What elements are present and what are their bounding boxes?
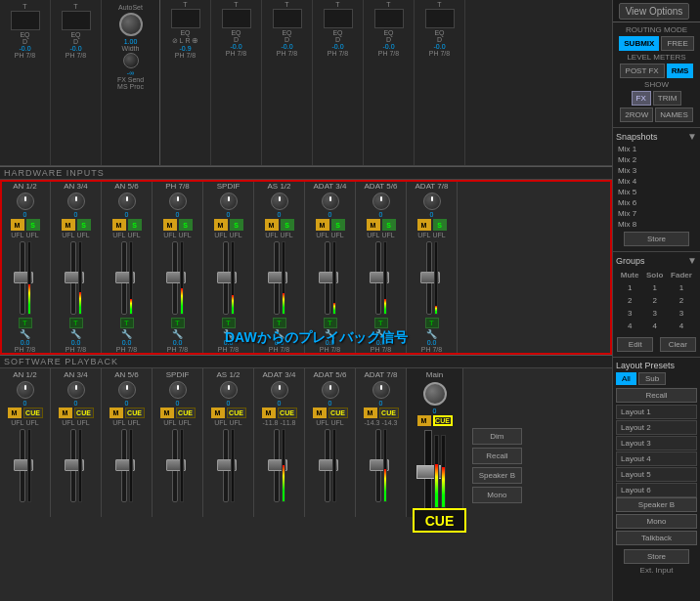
sw-fader-main[interactable] — [408, 427, 461, 515]
sw-cue-btn-adat34[interactable]: CUE — [278, 408, 297, 418]
width-knob[interactable] — [119, 13, 143, 36]
solo-btn-an12[interactable]: S — [26, 219, 40, 231]
snap-mix5[interactable]: Mix 5 — [616, 187, 697, 197]
sw-m-btn-an34[interactable]: M — [59, 408, 72, 418]
talkback-button[interactable]: Talkback — [616, 531, 697, 545]
t-btn-adat34[interactable]: T — [324, 318, 337, 328]
solo-btn-an56[interactable]: S — [128, 219, 142, 231]
solo-btn-spdif[interactable]: S — [230, 219, 243, 231]
snap-mix8[interactable]: Mix 8 — [616, 219, 697, 230]
solo-btn-ph78[interactable]: S — [179, 219, 193, 231]
fx-btn[interactable]: FX — [632, 91, 651, 106]
sw-cue-btn-an34[interactable]: CUE — [74, 408, 94, 418]
fader-as12[interactable] — [255, 238, 303, 317]
sw-knob-adat56[interactable] — [322, 381, 339, 399]
mute-btn-ph78[interactable]: M — [163, 219, 177, 231]
sw-cue-btn-main[interactable]: CUE — [433, 415, 453, 426]
sw-cue-btn-spdif[interactable]: CUE — [176, 408, 196, 418]
solo-btn-adat56[interactable]: S — [382, 219, 396, 231]
sw-cue-btn-an56[interactable]: CUE — [125, 408, 145, 418]
submix-btn[interactable]: SUBMIX — [619, 36, 659, 51]
sw-cue-btn-adat78[interactable]: CUE — [379, 408, 399, 418]
mute-btn-an12[interactable]: M — [11, 219, 24, 231]
mute-btn-an56[interactable]: M — [112, 219, 126, 231]
main-knob[interactable] — [423, 382, 447, 406]
snap-mix2[interactable]: Mix 2 — [616, 154, 697, 165]
t-btn-an34[interactable]: T — [69, 318, 83, 328]
fader-adat34[interactable] — [306, 238, 354, 317]
names-btn[interactable]: NAMES — [655, 107, 692, 122]
sw-m-btn-an12[interactable]: M — [8, 408, 22, 418]
two-row-btn[interactable]: 2ROW — [620, 107, 653, 122]
fader-ph78[interactable] — [153, 238, 201, 317]
mono-button[interactable]: Mono — [616, 514, 697, 529]
eq-block-8[interactable] — [425, 9, 455, 28]
fader-an56[interactable] — [103, 238, 151, 317]
layout-store-btn[interactable]: Store — [624, 549, 688, 564]
sw-m-btn-adat56[interactable]: M — [313, 408, 327, 418]
layout-btn-4[interactable]: Layout 4 — [616, 451, 697, 466]
fader-adat56[interactable] — [357, 238, 405, 317]
sw-fader-adat56[interactable] — [306, 426, 354, 504]
eq-block-6[interactable] — [324, 9, 353, 28]
sw-fader-an56[interactable] — [103, 426, 151, 504]
fader-adat78[interactable] — [408, 238, 456, 317]
snap-mix3[interactable]: Mix 3 — [616, 165, 697, 176]
solo-btn-as12[interactable]: S — [281, 219, 294, 231]
layout-btn-2[interactable]: Layout 2 — [616, 420, 697, 435]
mono-btn[interactable]: Mono — [472, 487, 522, 503]
post-fx-btn[interactable]: POST FX — [620, 64, 665, 78]
sw-fader-adat78[interactable] — [357, 426, 405, 504]
layout-btn-6[interactable]: Layout 6 — [616, 483, 697, 497]
layout-tab-sub[interactable]: Sub — [638, 372, 666, 385]
hw-knob-an34[interactable] — [67, 193, 85, 210]
t-btn-as12[interactable]: T — [273, 318, 286, 328]
sw-cue-btn-adat56[interactable]: CUE — [328, 408, 348, 418]
snap-mix7[interactable]: Mix 7 — [616, 208, 697, 219]
sw-fader-adat34[interactable] — [255, 426, 303, 504]
speaker-b-btn[interactable]: Speaker B — [472, 467, 522, 484]
fader-an34[interactable] — [52, 238, 100, 317]
free-btn[interactable]: FREE — [661, 36, 693, 51]
trim-btn[interactable]: TRIM — [653, 91, 682, 106]
sw-m-btn-adat78[interactable]: M — [364, 408, 377, 418]
sw-m-btn-main[interactable]: M — [417, 415, 431, 426]
sw-fader-spdif[interactable] — [153, 426, 201, 504]
solo-btn-adat34[interactable]: S — [331, 219, 345, 231]
sw-m-btn-as12[interactable]: M — [211, 408, 225, 418]
eq-block-5[interactable] — [273, 9, 302, 28]
eq-block-3[interactable] — [171, 9, 200, 28]
sw-knob-as12[interactable] — [220, 381, 238, 399]
t-btn-adat78[interactable]: T — [425, 318, 439, 328]
mute-btn-adat78[interactable]: M — [417, 219, 431, 231]
sw-knob-an34[interactable] — [67, 381, 85, 399]
sw-knob-adat78[interactable] — [372, 381, 390, 399]
hw-knob-adat56[interactable] — [372, 193, 390, 210]
hw-knob-adat78[interactable] — [423, 193, 441, 210]
hw-knob-ph78[interactable] — [169, 193, 187, 210]
small-knob[interactable] — [123, 53, 139, 68]
solo-btn-an34[interactable]: S — [77, 219, 91, 231]
snapshots-expand-icon[interactable]: ▼ — [687, 131, 697, 142]
sw-m-btn-spdif[interactable]: M — [160, 408, 174, 418]
layout-btn-1[interactable]: Layout 1 — [616, 405, 697, 419]
sw-knob-spdif[interactable] — [169, 381, 187, 399]
sw-fader-an34[interactable] — [52, 426, 100, 504]
view-options-button[interactable]: View Options — [619, 3, 690, 20]
groups-expand-icon[interactable]: ▼ — [687, 255, 697, 266]
solo-btn-adat78[interactable]: S — [433, 219, 447, 231]
sw-knob-an56[interactable] — [118, 381, 136, 399]
mute-btn-adat34[interactable]: M — [316, 219, 329, 231]
eq-block-1[interactable] — [11, 11, 40, 30]
layout-tab-all[interactable]: All — [616, 372, 636, 385]
edit-btn[interactable]: Edit — [617, 337, 653, 352]
sw-m-btn-an56[interactable]: M — [109, 408, 123, 418]
layout-btn-3[interactable]: Layout 3 — [616, 436, 697, 451]
snap-mix4[interactable]: Mix 4 — [616, 176, 697, 187]
eq-block-4[interactable] — [222, 9, 251, 28]
hw-knob-an56[interactable] — [118, 193, 136, 210]
hw-knob-spdif[interactable] — [220, 193, 238, 210]
snapshots-store-btn[interactable]: Store — [624, 232, 688, 246]
sw-fader-as12[interactable] — [204, 426, 252, 504]
mute-btn-as12[interactable]: M — [265, 219, 279, 231]
